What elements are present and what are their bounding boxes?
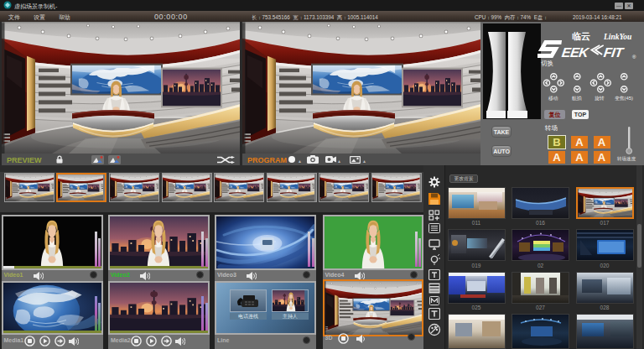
svg-text:EEK: EEK (561, 44, 591, 60)
svg-text:®: ® (632, 55, 636, 60)
svg-text:FIT: FIT (603, 44, 626, 60)
svg-text:LinkYou: LinkYou (603, 33, 631, 41)
svg-text:临云: 临云 (572, 31, 590, 41)
